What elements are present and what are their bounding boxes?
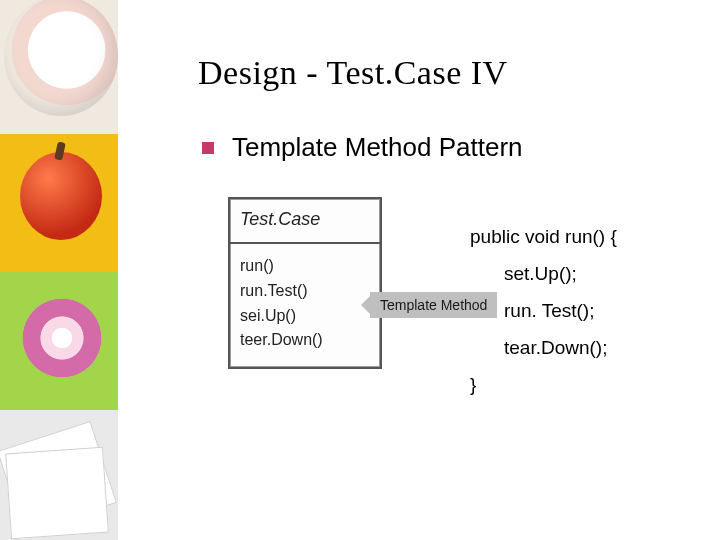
code-block: public void run() { set.Up(); run. Test(…	[470, 218, 617, 403]
code-line: tear.Down();	[470, 329, 617, 366]
slide-title: Design - Test.Case IV	[198, 54, 692, 92]
bullet-text: Template Method Pattern	[232, 132, 523, 163]
code-line: set.Up();	[470, 255, 617, 292]
photo-clock	[0, 0, 118, 134]
uml-method: teer.Down()	[240, 328, 370, 353]
photo-flower	[0, 272, 118, 410]
bullet-square-icon	[202, 142, 214, 154]
photo-apple	[0, 134, 118, 272]
decorative-photo-strip	[0, 0, 118, 540]
uml-class-box: Test.Case run() run.Test() sei.Up() teer…	[228, 197, 382, 369]
photo-paper-stack	[0, 410, 118, 540]
uml-class-name: Test.Case	[230, 199, 380, 244]
uml-method: run()	[240, 254, 370, 279]
code-line: run. Test();	[470, 292, 617, 329]
code-line: }	[470, 366, 617, 403]
code-line: public void run() {	[470, 218, 617, 255]
bullet-row: Template Method Pattern	[202, 132, 692, 163]
slide-content: Design - Test.Case IV Template Method Pa…	[140, 0, 720, 540]
